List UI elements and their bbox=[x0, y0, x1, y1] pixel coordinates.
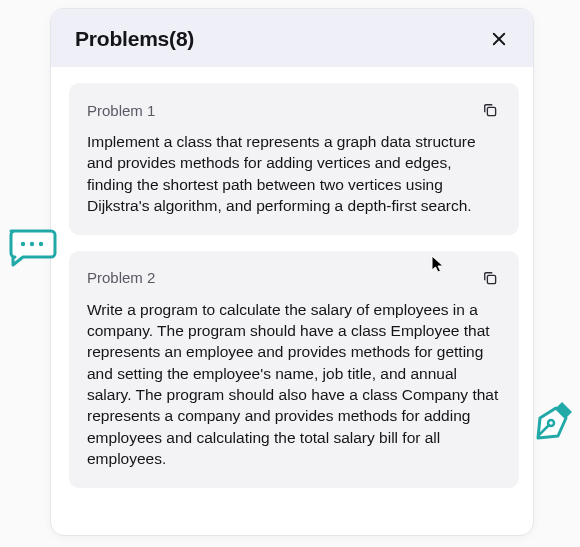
problems-panel: Problems(8) Problem 1 Implement a class … bbox=[50, 8, 534, 536]
chat-bubble-icon bbox=[3, 225, 57, 269]
problem-body: Write a program to calculate the salary … bbox=[87, 299, 501, 470]
problem-body: Implement a class that represents a grap… bbox=[87, 131, 501, 217]
problem-title: Problem 2 bbox=[87, 269, 155, 286]
svg-point-4 bbox=[21, 242, 25, 246]
panel-title: Problems(8) bbox=[75, 27, 194, 51]
close-button[interactable] bbox=[485, 25, 513, 53]
problem-card-header: Problem 1 bbox=[87, 99, 501, 121]
panel-body[interactable]: Problem 1 Implement a class that represe… bbox=[51, 67, 533, 535]
svg-point-5 bbox=[30, 242, 34, 246]
panel-header: Problems(8) bbox=[51, 9, 533, 67]
copy-button[interactable] bbox=[479, 99, 501, 121]
svg-rect-2 bbox=[487, 107, 495, 115]
problem-card: Problem 1 Implement a class that represe… bbox=[69, 83, 519, 235]
copy-icon bbox=[481, 269, 499, 287]
copy-button[interactable] bbox=[479, 267, 501, 289]
svg-point-6 bbox=[39, 242, 43, 246]
close-icon bbox=[490, 30, 508, 48]
svg-rect-3 bbox=[487, 275, 495, 283]
copy-icon bbox=[481, 101, 499, 119]
pen-nib-icon bbox=[532, 398, 576, 442]
problem-card-header: Problem 2 bbox=[87, 267, 501, 289]
problem-card: Problem 2 Write a program to calculate t… bbox=[69, 251, 519, 488]
problem-title: Problem 1 bbox=[87, 102, 155, 119]
